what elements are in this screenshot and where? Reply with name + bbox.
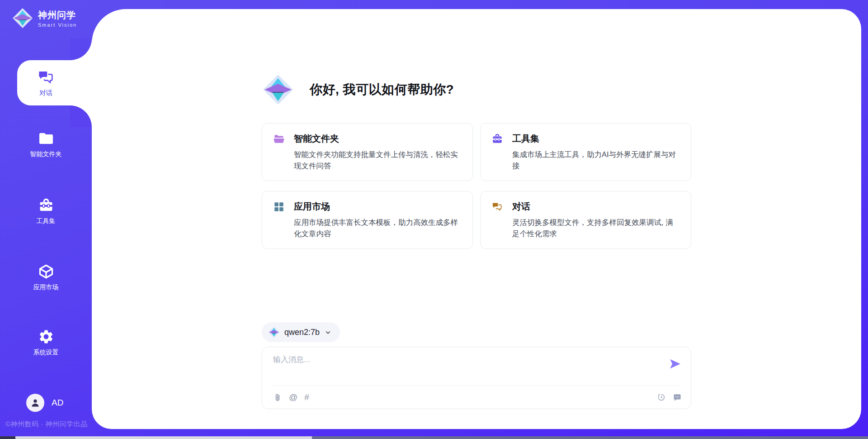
chat-icon [491,201,503,213]
sidebar-item-label: 系统设置 [33,348,59,357]
app-logo: .brand .gem-outer{fill:#f0f4ff} 神州问学 Sma… [12,7,77,29]
card-description: 应用市场提供丰富长文本模板，助力高效生成多样化文章内容 [294,217,461,239]
gear-icon [38,329,54,345]
sidebar-item-label: 应用市场 [33,283,59,291]
cube-icon [38,263,54,280]
hash-icon[interactable]: # [304,393,309,402]
feature-cards: 智能文件夹 智能文件夹功能支持批量文件上传与清洗，轻松实现文件问答 工具集 集成… [262,123,691,249]
card-description: 智能文件夹功能支持批量文件上传与清洗，轻松实现文件问答 [294,149,461,172]
copyright-text: ©神州数码 · 神州问学出品 [5,420,87,429]
attachment-icon[interactable] [273,393,282,402]
sidebar-item-label: 智能文件夹 [30,150,62,158]
brand-gem-icon: .brand .gem-outer{fill:#f0f4ff} [12,7,33,29]
chat-bubble-icon[interactable] [673,393,682,402]
card-description: 灵活切换多模型文件，支持多样回复效果调试, 满足个性化需求 [512,217,679,239]
card-chat[interactable]: 对话 灵活切换多模型文件，支持多样回复效果调试, 满足个性化需求 [480,191,691,249]
composer-divider [273,385,680,386]
briefcase-icon [491,133,503,145]
avatar [26,394,44,412]
sidebar-item-app-market[interactable]: 应用市场 [0,263,92,291]
toolbox-icon [38,197,54,214]
user-account[interactable]: AD [26,394,63,412]
sidebar-item-label: 对话 [39,89,52,97]
history-icon[interactable] [657,393,666,402]
brand-subtitle: Smart Vision [38,22,77,28]
sidebar: .brand .gem-outer{fill:#f0f4ff} 神州问学 Sma… [0,0,92,439]
card-smart-folder[interactable]: 智能文件夹 智能文件夹功能支持批量文件上传与清洗，轻松实现文件问答 [262,123,473,181]
card-title: 智能文件夹 [294,133,339,145]
folder-open-icon [273,133,285,145]
sidebar-item-label: 工具集 [37,217,56,225]
main-content: 你好, 我可以如何帮助你? 智能文件夹 智能文件夹功能支持批量文件上传与清洗，轻… [92,9,861,429]
card-app-market[interactable]: 应用市场 应用市场提供丰富长文本模板，助力高效生成多样化文章内容 [262,191,473,249]
assistant-gem-icon [262,73,294,106]
greeting: 你好, 我可以如何帮助你? [262,73,691,106]
model-name: qwen2:7b [284,328,320,337]
card-title: 对话 [512,200,530,213]
tab-fillet-bottom [70,105,92,127]
greeting-title: 你好, 我可以如何帮助你? [310,81,454,98]
horizontal-scrollbar [0,436,868,439]
tab-fillet-top [70,38,92,60]
person-icon [30,397,41,408]
send-icon[interactable] [668,357,682,371]
folder-icon [38,130,54,147]
chevron-down-icon [324,329,332,336]
mention-icon[interactable]: @ [289,393,297,402]
sidebar-item-settings[interactable]: 系统设置 [0,329,92,357]
brand-name: 神州问学 [38,9,77,21]
model-selector[interactable]: qwen2:7b [262,322,340,342]
scrollbar-cap [0,436,15,439]
card-title: 工具集 [512,133,539,145]
sidebar-item-chat[interactable]: 对话 [17,60,92,105]
message-input[interactable] [273,354,648,382]
message-composer: @ # [262,347,691,409]
card-title: 应用市场 [294,200,330,213]
grid-icon [273,201,285,213]
card-toolset[interactable]: 工具集 集成市场上主流工具，助力AI与外界无缝扩展与对接 [480,123,691,181]
scrollbar-thumb[interactable] [15,436,312,439]
card-description: 集成市场上主流工具，助力AI与外界无缝扩展与对接 [512,149,679,172]
user-name: AD [52,398,63,408]
chat-icon [37,68,55,86]
sidebar-item-smart-folder[interactable]: 智能文件夹 [0,130,92,158]
sidebar-item-toolset[interactable]: 工具集 [0,197,92,225]
model-gem-icon [268,326,280,338]
